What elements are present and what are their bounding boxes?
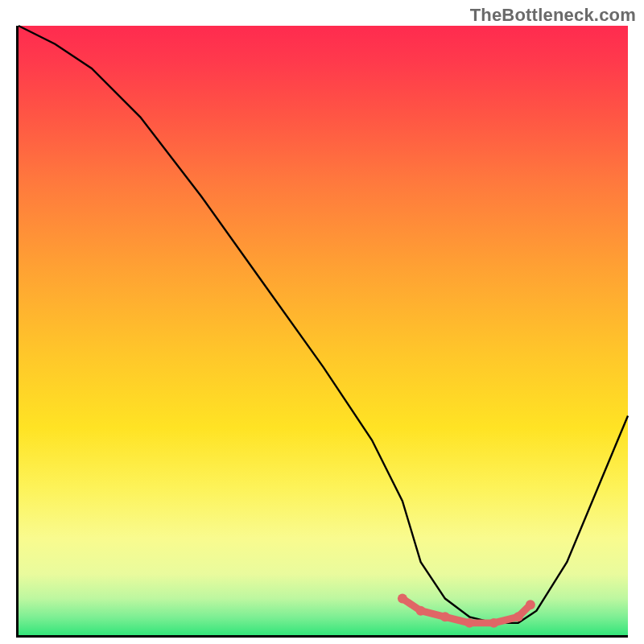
optimal-band-dot xyxy=(526,600,535,609)
optimal-band-dot xyxy=(489,618,498,628)
watermark-text: TheBottleneck.com xyxy=(470,5,636,26)
bottleneck-curve-path xyxy=(19,26,628,623)
optimal-band-dot xyxy=(464,618,474,628)
plot-area xyxy=(16,26,628,638)
optimal-band-dot xyxy=(398,594,407,604)
chart-container: TheBottleneck.com xyxy=(0,0,644,644)
optimal-band-dot xyxy=(514,612,523,621)
optimal-band-dot xyxy=(440,612,450,621)
chart-svg xyxy=(19,26,628,635)
optimal-band-dot xyxy=(416,606,426,616)
